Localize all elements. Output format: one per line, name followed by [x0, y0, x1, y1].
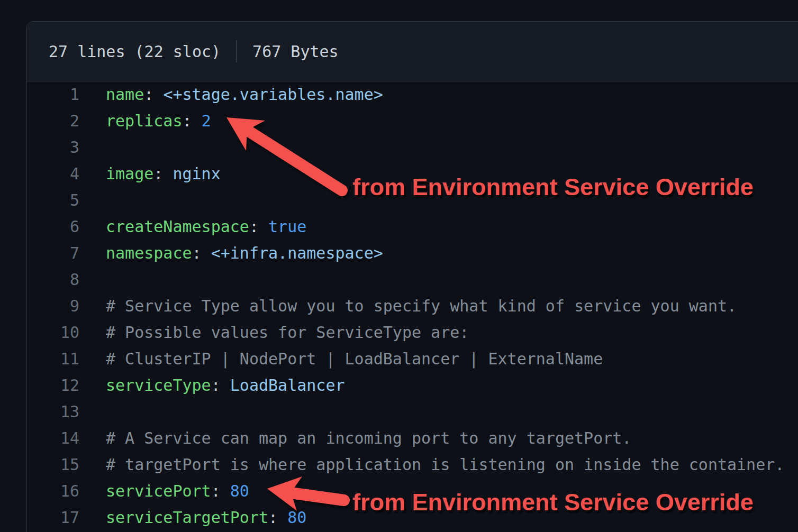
header-divider	[236, 40, 237, 62]
code-text: serviceTargetPort: 80	[79, 505, 306, 531]
line-number[interactable]: 7	[27, 240, 79, 267]
line-number[interactable]: 2	[27, 108, 79, 134]
code-text: name: <+stage.variables.name>	[79, 81, 383, 108]
code-line: 9# Service Type allow you to specify wha…	[27, 293, 798, 319]
code-block: 1name: <+stage.variables.name>2replicas:…	[27, 81, 798, 531]
code-text: serviceType: LoadBalancer	[79, 372, 345, 399]
code-text: # targetPort is where application is lis…	[79, 452, 784, 478]
file-lines-info: 27 lines (22 sloc)	[49, 42, 221, 61]
code-text: # A Service can map an incoming port to …	[79, 425, 631, 452]
code-line: 3	[27, 134, 798, 161]
line-number[interactable]: 3	[27, 134, 79, 161]
code-text: createNamespace: true	[79, 214, 306, 240]
code-text	[79, 134, 106, 161]
code-text: replicas: 2	[79, 108, 211, 134]
line-number[interactable]: 9	[27, 293, 79, 319]
code-line: 7namespace: <+infra.namespace>	[27, 240, 798, 267]
file-size: 767 Bytes	[252, 42, 339, 61]
code-text: namespace: <+infra.namespace>	[79, 240, 383, 267]
code-line: 2replicas: 2	[27, 108, 798, 134]
code-text	[79, 267, 106, 293]
line-number[interactable]: 4	[27, 161, 79, 187]
code-line: 1name: <+stage.variables.name>	[27, 81, 798, 108]
line-number[interactable]: 16	[27, 478, 79, 505]
code-line: 12serviceType: LoadBalancer	[27, 372, 798, 399]
code-text: # Service Type allow you to specify what…	[79, 293, 737, 319]
line-number[interactable]: 17	[27, 505, 79, 531]
line-number[interactable]: 5	[27, 187, 79, 214]
code-text	[79, 187, 106, 214]
code-text: # ClusterIP | NodePort | LoadBalancer | …	[79, 346, 603, 372]
code-line: 8	[27, 267, 798, 293]
code-line: 6createNamespace: true	[27, 214, 798, 240]
code-line: 11# ClusterIP | NodePort | LoadBalancer …	[27, 346, 798, 372]
code-text	[79, 399, 106, 425]
page: 27 lines (22 sloc) 767 Bytes 1name: <+st…	[0, 0, 798, 532]
code-line: 15# targetPort is where application is l…	[27, 452, 798, 478]
line-number[interactable]: 11	[27, 346, 79, 372]
annotation-text: from Environment Service Override	[352, 175, 754, 199]
code-text: servicePort: 80	[79, 478, 249, 505]
line-number[interactable]: 1	[27, 81, 79, 108]
line-number[interactable]: 14	[27, 425, 79, 452]
code-line: 13	[27, 399, 798, 425]
code-line: 10# Possible values for ServiceType are:	[27, 319, 798, 346]
code-text: image: nginx	[79, 161, 221, 187]
line-number[interactable]: 12	[27, 372, 79, 399]
file-header: 27 lines (22 sloc) 767 Bytes	[27, 22, 798, 81]
code-text: # Possible values for ServiceType are:	[79, 319, 469, 346]
file-viewer-panel: 27 lines (22 sloc) 767 Bytes 1name: <+st…	[26, 21, 798, 532]
line-number[interactable]: 6	[27, 214, 79, 240]
line-number[interactable]: 13	[27, 399, 79, 425]
line-number[interactable]: 8	[27, 267, 79, 293]
annotation-text: from Environment Service Override	[352, 490, 754, 514]
line-number[interactable]: 15	[27, 452, 79, 478]
code-line: 14# A Service can map an incoming port t…	[27, 425, 798, 452]
line-number[interactable]: 10	[27, 319, 79, 346]
